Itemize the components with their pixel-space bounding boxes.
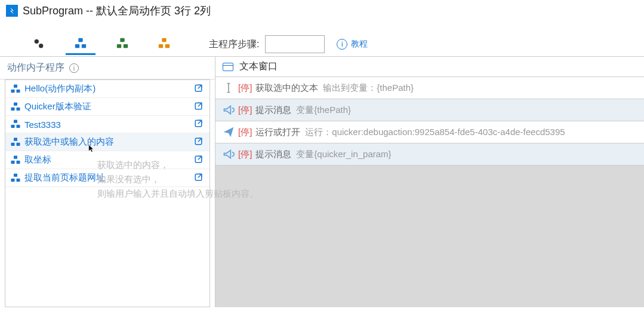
megaphone-icon	[223, 104, 235, 116]
tab-settings[interactable]	[24, 33, 54, 55]
tutorial-label: 教程	[351, 39, 368, 50]
list-item-label: 获取选中或输入的内容	[24, 136, 194, 148]
list-item-label: Quicker版本验证	[24, 101, 194, 112]
step-desc: 变量{quicker_in_param}	[296, 149, 391, 160]
svg-rect-33	[17, 178, 20, 181]
right-header-label: 文本窗口	[239, 60, 278, 73]
svg-rect-17	[17, 107, 20, 110]
step-title: 提示消息	[255, 105, 291, 116]
svg-rect-29	[17, 160, 20, 163]
svg-rect-5	[120, 38, 124, 41]
svg-rect-24	[11, 142, 15, 145]
svg-rect-19	[14, 120, 17, 123]
svg-rect-7	[124, 44, 128, 47]
step-row[interactable]: [停] 运行或打开 运行：quicker:debugaction:9925a85…	[215, 121, 644, 143]
open-external-icon[interactable]	[194, 119, 205, 130]
text-cursor-icon	[223, 82, 235, 94]
tab-subprograms-orange[interactable]	[149, 33, 179, 55]
empty-area	[215, 166, 644, 307]
left-header: 动作内子程序 i	[0, 57, 215, 79]
step-title: 获取选中的文本	[255, 82, 318, 94]
right-panel: 文本窗口 [停] 获取选中的文本 输出到变量：{thePath} [停] 提示消…	[215, 56, 644, 307]
svg-rect-27	[14, 155, 17, 158]
list-item-label: 提取当前页标题网址	[24, 172, 194, 183]
step-title: 提示消息	[255, 149, 291, 160]
cubes-icon	[10, 173, 21, 183]
list-item-label: Test3333	[24, 120, 194, 130]
list-item[interactable]: 获取选中或输入的内容	[5, 133, 209, 151]
svg-rect-32	[11, 178, 15, 181]
list-item[interactable]: Quicker版本验证	[5, 98, 209, 116]
step-label: 主程序步骤:	[209, 38, 259, 51]
info-icon: i	[337, 39, 347, 50]
step-row[interactable]: [停] 获取选中的文本 输出到变量：{thePath}	[215, 77, 644, 99]
tutorial-link[interactable]: i 教程	[337, 39, 368, 50]
open-external-icon[interactable]	[194, 84, 205, 94]
top-bar: 主程序步骤: i 教程	[0, 33, 644, 55]
stop-tag: [停]	[238, 149, 252, 160]
step-desc: 运行：quicker:debugaction:9925a854-fde5-403…	[305, 127, 565, 138]
svg-rect-16	[11, 107, 15, 110]
svg-rect-20	[11, 125, 15, 128]
svg-rect-15	[14, 102, 17, 105]
svg-rect-4	[82, 44, 86, 47]
svg-rect-9	[159, 44, 163, 47]
right-header: 文本窗口	[215, 57, 644, 77]
step-title: 运行或打开	[255, 127, 300, 138]
svg-rect-28	[11, 160, 15, 163]
step-row[interactable]: [停] 提示消息 变量{quicker_in_param}	[215, 143, 644, 166]
list-item[interactable]: Test3333	[5, 116, 209, 133]
svg-rect-21	[17, 125, 20, 128]
svg-rect-13	[17, 89, 20, 92]
open-external-icon[interactable]	[194, 102, 205, 112]
step-input[interactable]	[265, 35, 325, 53]
svg-rect-3	[75, 44, 79, 47]
svg-rect-2	[78, 38, 82, 41]
window-icon	[223, 63, 233, 71]
step-desc: 变量{thePath}	[296, 105, 351, 116]
tabs	[18, 33, 185, 55]
svg-rect-11	[14, 84, 17, 87]
step-row[interactable]: [停] 提示消息 变量{thePath}	[215, 99, 644, 121]
svg-rect-6	[117, 44, 121, 47]
left-panel: 动作内子程序 i Hello(动作内副本) Quicker版本验证 Test33…	[0, 56, 215, 307]
cubes-icon	[10, 102, 21, 112]
list-item[interactable]: Hello(动作内副本)	[5, 80, 209, 98]
svg-rect-12	[11, 89, 15, 92]
list-item-label: 取坐标	[24, 154, 194, 166]
tab-subprograms-blue[interactable]	[66, 33, 95, 55]
left-header-label: 动作内子程序	[7, 62, 64, 74]
cubes-icon	[10, 84, 21, 94]
app-icon	[6, 5, 18, 17]
open-external-icon[interactable]	[194, 137, 205, 148]
svg-rect-31	[14, 173, 17, 176]
tab-subprograms-green[interactable]	[107, 33, 137, 55]
cubes-icon	[10, 155, 21, 166]
svg-point-1	[39, 44, 43, 48]
open-external-icon[interactable]	[194, 155, 205, 166]
title-text: SubProgram -- 默认全局动作页 3行 2列	[23, 4, 211, 18]
subprogram-list: Hello(动作内副本) Quicker版本验证 Test3333 获取选中或输…	[5, 79, 210, 307]
content: 动作内子程序 i Hello(动作内副本) Quicker版本验证 Test33…	[0, 56, 644, 307]
step-desc: 输出到变量：{thePath}	[323, 82, 414, 94]
list-item-label: Hello(动作内副本)	[24, 83, 194, 94]
svg-point-0	[35, 39, 39, 43]
list-item[interactable]: 取坐标	[5, 151, 209, 169]
svg-rect-8	[162, 38, 166, 41]
stop-tag: [停]	[238, 127, 252, 138]
open-external-icon[interactable]	[194, 173, 205, 183]
info-icon[interactable]: i	[69, 63, 79, 73]
title-bar: SubProgram -- 默认全局动作页 3行 2列	[0, 0, 644, 22]
svg-rect-23	[14, 137, 17, 140]
stop-tag: [停]	[238, 82, 252, 94]
paper-plane-icon	[223, 126, 235, 138]
megaphone-icon	[223, 148, 235, 160]
svg-rect-10	[165, 44, 170, 47]
svg-rect-25	[17, 142, 20, 145]
cubes-icon	[10, 119, 21, 130]
step-area: 主程序步骤:	[209, 35, 325, 53]
cubes-icon	[10, 137, 21, 148]
list-item[interactable]: 提取当前页标题网址	[5, 169, 209, 187]
stop-tag: [停]	[238, 105, 252, 116]
